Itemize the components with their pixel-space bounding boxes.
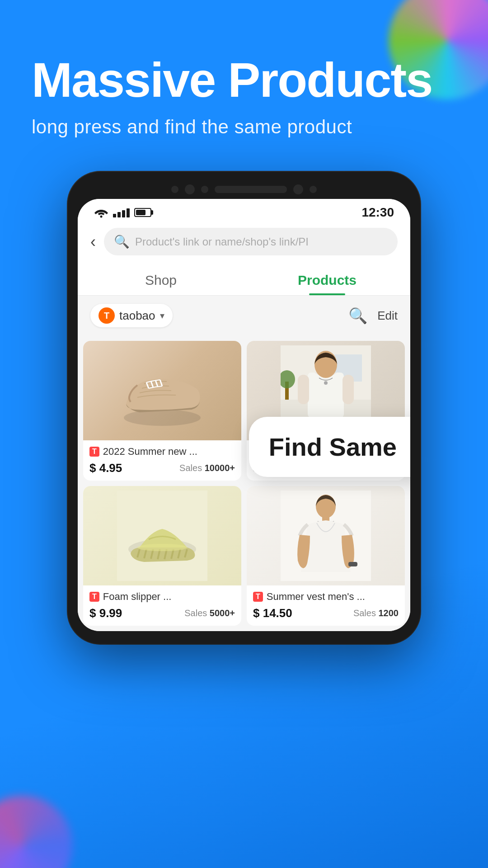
camera-dot-2 — [185, 184, 195, 194]
phone-screen: 12:30 ‹ 🔍 Product's link or name/shop's … — [78, 199, 410, 631]
filter-right: 🔍 Edit — [348, 307, 398, 325]
taobao-label: taobao — [119, 309, 155, 323]
wifi-icon — [94, 207, 108, 218]
status-icons — [94, 207, 151, 218]
camera-dot-3 — [201, 186, 208, 193]
search-icon: 🔍 — [114, 234, 130, 249]
svg-point-1 — [124, 410, 201, 426]
store-tag-3: T — [89, 592, 99, 602]
svg-rect-10 — [343, 375, 354, 404]
chevron-down-icon: ▾ — [160, 310, 164, 321]
battery-icon — [134, 208, 151, 217]
product-info-1: T 2022 Summer new ... $ 4.95 Sales 10000… — [83, 440, 241, 481]
search-bar[interactable]: 🔍 Product's link or name/shop's link/PI — [104, 228, 398, 255]
filter-row: T taobao ▾ 🔍 Edit — [78, 296, 410, 335]
svg-rect-7 — [308, 373, 344, 418]
product-price-row-3: $ 9.99 Sales 5000+ — [89, 606, 235, 620]
svg-rect-9 — [298, 375, 309, 404]
search-placeholder: Product's link or name/shop's link/PI — [135, 236, 309, 248]
product-image-3 — [83, 486, 241, 585]
camera-dot-1 — [171, 186, 178, 193]
svg-point-14 — [137, 544, 187, 551]
product-image-1 — [83, 341, 241, 440]
edit-button[interactable]: Edit — [377, 309, 398, 323]
tab-shop[interactable]: Shop — [78, 264, 244, 295]
store-tag-4: T — [253, 592, 263, 602]
product-price-1: $ 4.95 — [89, 461, 122, 475]
tab-products[interactable]: Products — [244, 264, 410, 295]
product-title-3: T Foam slipper ... — [89, 591, 235, 603]
svg-rect-19 — [348, 562, 357, 566]
product-title-4: T Summer vest men's ... — [253, 591, 399, 603]
status-time: 12:30 — [361, 205, 394, 220]
product-grid: T 2022 Summer new ... $ 4.95 Sales 10000… — [78, 335, 410, 631]
product-price-3: $ 9.99 — [89, 606, 122, 620]
phone-topbar — [78, 184, 410, 194]
phone-outer: 12:30 ‹ 🔍 Product's link or name/shop's … — [68, 172, 420, 644]
product-card-4[interactable]: T Summer vest men's ... $ 14.50 Sales 12… — [247, 486, 405, 626]
status-bar: 12:30 — [78, 199, 410, 222]
filter-search-icon[interactable]: 🔍 — [348, 307, 367, 325]
svg-point-0 — [100, 216, 103, 218]
hero-subtitle: long press and find the same product — [32, 116, 456, 138]
camera-dot-4 — [293, 184, 303, 194]
taobao-icon: T — [99, 307, 115, 324]
find-same-popup[interactable]: Find Same — [249, 417, 410, 477]
product-sales-4: Sales 1200 — [353, 608, 399, 618]
store-tag-1: T — [89, 447, 99, 457]
back-button[interactable]: ‹ — [90, 232, 96, 251]
camera-dot-5 — [310, 186, 317, 193]
product-card-1[interactable]: T 2022 Summer new ... $ 4.95 Sales 10000… — [83, 341, 241, 481]
product-sales-3: Sales 5000+ — [184, 608, 235, 618]
hero-title: Massive Products — [32, 54, 456, 105]
product-info-4: T Summer vest men's ... $ 14.50 Sales 12… — [247, 585, 405, 626]
product-sales-1: Sales 10000+ — [179, 463, 235, 473]
product-price-row-1: $ 4.95 Sales 10000+ — [89, 461, 235, 475]
speaker-bar — [215, 186, 287, 193]
hero-section: Massive Products long press and find the… — [0, 0, 488, 138]
platform-selector[interactable]: T taobao ▾ — [90, 304, 173, 327]
phone-mockup: 12:30 ‹ 🔍 Product's link or name/shop's … — [68, 172, 420, 644]
svg-point-8 — [324, 381, 328, 385]
product-image-4 — [247, 486, 405, 585]
battery-fill — [136, 210, 145, 215]
find-same-label: Find Same — [269, 433, 397, 461]
product-info-3: T Foam slipper ... $ 9.99 Sales 5000+ — [83, 585, 241, 626]
search-area: ‹ 🔍 Product's link or name/shop's link/P… — [78, 222, 410, 264]
product-title-1: T 2022 Summer new ... — [89, 446, 235, 458]
tabs-row: Shop Products — [78, 264, 410, 296]
product-price-4: $ 14.50 — [253, 606, 292, 620]
product-card-3[interactable]: T Foam slipper ... $ 9.99 Sales 5000+ — [83, 486, 241, 626]
product-price-row-4: $ 14.50 Sales 1200 — [253, 606, 399, 620]
signal-icon — [113, 208, 130, 217]
